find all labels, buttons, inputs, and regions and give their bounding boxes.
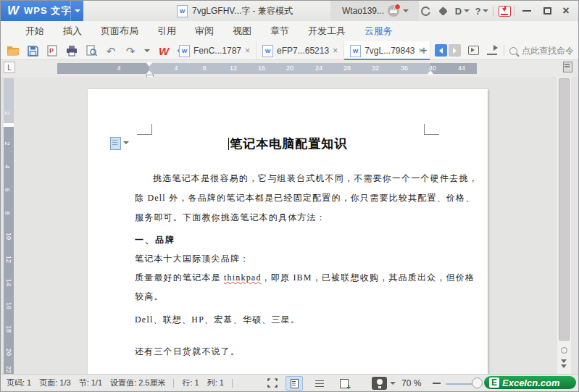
vertical-scrollbar[interactable] — [557, 77, 571, 374]
outline-view-button[interactable] — [311, 376, 328, 391]
wps-logo-icon: W — [7, 4, 19, 18]
doc-tab-icon: W — [179, 45, 190, 57]
window-document-tab[interactable]: W 7vgLGFHV...字 - 兼容模式 — [177, 1, 293, 21]
account-name: Wtao139... — [342, 6, 384, 16]
wps-home-button[interactable]: W — [157, 44, 170, 57]
menu-cloud-service[interactable]: 云服务 — [355, 25, 402, 38]
right-indent-marker[interactable] — [427, 70, 434, 75]
play-button[interactable] — [468, 46, 479, 55]
horizontal-ruler[interactable]: 4 4 8 12 16 20 24 28 32 36 40 44 — [57, 63, 477, 74]
fullscreen-button[interactable] — [267, 378, 278, 388]
zoom-slider-handle[interactable] — [472, 378, 483, 388]
print-preview-button[interactable] — [85, 44, 98, 57]
account-button[interactable]: Wtao139... — [330, 1, 419, 21]
body-line[interactable]: 还有三个日货就不说了。 — [135, 346, 240, 358]
wps-app-button[interactable]: W WPS 文字 — [1, 1, 83, 21]
print-button[interactable] — [65, 44, 78, 57]
app-menu-caret[interactable] — [70, 1, 83, 21]
open-file-button[interactable] — [7, 44, 20, 57]
body-line[interactable]: 较高。 — [135, 291, 164, 303]
ruler-number: 2 — [4, 141, 11, 145]
minimize-button[interactable] — [518, 1, 536, 21]
next-tab-button[interactable] — [449, 44, 461, 57]
close-tab-icon[interactable]: × — [245, 46, 250, 56]
section-heading[interactable]: 一、品牌 — [135, 234, 175, 246]
close-tab-icon[interactable]: × — [333, 46, 338, 56]
document-page[interactable]: 笔记本电脑配置知识 挑选笔记本是很容易的，它与组装台式机不同，不需要你一个一个硬… — [88, 89, 488, 374]
page-view-button[interactable] — [286, 376, 303, 391]
doc-tab-label: 7vgL...79843 — [365, 46, 415, 56]
settings-button[interactable] — [436, 1, 450, 21]
first-line-indent-marker[interactable] — [146, 62, 153, 67]
share-button[interactable] — [487, 46, 497, 55]
body-line[interactable]: 服务即可。下面教你挑选笔记本的具体方法： — [135, 212, 326, 224]
help-caret-icon — [483, 9, 488, 12]
eye-protect-caret-icon[interactable] — [390, 382, 396, 385]
body-line[interactable]: Dell、联想、HP、宏基、华硕、三星。 — [135, 314, 300, 326]
menu-page-layout[interactable]: 页面布局 — [91, 25, 148, 38]
export-pdf-icon: P — [47, 45, 57, 57]
svg-text:P: P — [49, 47, 54, 54]
ruler-number: 6 — [4, 188, 11, 191]
double-chevron-down-icon — [561, 364, 567, 368]
save-button[interactable] — [26, 44, 39, 57]
menu-section[interactable]: 章节 — [261, 25, 299, 38]
menu-view[interactable]: 视图 — [223, 25, 261, 38]
close-icon: × — [562, 5, 569, 17]
ruler-number: 36 — [401, 64, 408, 72]
menu-references[interactable]: 引用 — [148, 25, 186, 38]
toolbar-more-button[interactable] — [143, 44, 151, 57]
outline-view-icon — [315, 380, 324, 388]
ruler-number: 16 — [258, 64, 265, 72]
close-button[interactable]: × — [557, 1, 575, 21]
scrollbar-thumb[interactable] — [559, 78, 570, 341]
eye-protect-button[interactable] — [372, 377, 387, 390]
doc-mode-caret-icon — [464, 9, 470, 12]
folder-open-icon — [7, 46, 20, 56]
vertical-ruler[interactable] — [4, 127, 14, 374]
menu-developer[interactable]: 开发工具 — [299, 25, 355, 38]
status-line: 行: 1 — [182, 378, 199, 388]
body-line[interactable]: 除 Dell 外，各品牌的笔记本都是已经固定配置的，你只需要比较其配置、价格、 — [135, 192, 475, 204]
doc-tab-2[interactable]: W eFP7...65213 × — [257, 41, 344, 60]
ruler-number: 16 — [5, 302, 12, 309]
browse-object-button[interactable] — [561, 347, 567, 354]
ruler-toggle-icon[interactable] — [563, 62, 572, 72]
redo-button[interactable]: ↷ — [124, 44, 137, 57]
status-separator — [173, 379, 174, 388]
tab-stop-selector[interactable]: L — [4, 62, 15, 73]
undo-button[interactable]: ↶ — [104, 44, 117, 57]
skin-button[interactable] — [418, 1, 433, 21]
maximize-button[interactable] — [538, 1, 556, 21]
prev-tab-button[interactable] — [435, 44, 447, 57]
menu-review[interactable]: 审阅 — [186, 25, 223, 38]
maximize-icon — [543, 7, 551, 14]
ruler-number: 24 — [315, 64, 322, 72]
doc-tab-icon: W — [262, 45, 273, 57]
web-view-button[interactable] — [336, 376, 353, 391]
ruler-number: 22 — [5, 366, 12, 373]
body-line[interactable]: 笔记本十大国际顶尖品牌： — [135, 253, 249, 265]
menu-insert[interactable]: 插入 — [54, 25, 91, 38]
wps-writer-window: W WPS 文字 W 7vgLGFHV...字 - 兼容模式 Wtao139..… — [0, 0, 579, 392]
ruler-number: 12 — [230, 64, 237, 72]
doc-tab-1[interactable]: W FenC...1787 × — [173, 41, 257, 60]
document-title[interactable]: 笔记本电脑配置知识 — [88, 135, 488, 152]
command-search[interactable]: 点此查找命令 — [509, 41, 574, 60]
export-pdf-button[interactable]: P — [46, 44, 59, 57]
new-tab-button[interactable]: + — [417, 43, 431, 58]
document-tabs: W FenC...1787 × W eFP7...65213 × W 7vgL.… — [173, 41, 430, 60]
menu-home[interactable]: 开始 — [16, 25, 54, 38]
chevron-left-icon — [439, 48, 443, 54]
body-line[interactable]: 质量最好的笔记本是 thinkpad，即原 IBM，已被联想收购，其品质出众，但… — [135, 272, 475, 284]
member-crown-icon — [388, 5, 399, 17]
next-page-button[interactable] — [561, 359, 567, 370]
download-icon — [499, 6, 511, 17]
help-button[interactable]: ? — [473, 1, 491, 21]
body-line[interactable]: 挑选笔记本是很容易的，它与组装台式机不同，不需要你一个一个硬件去挑， — [135, 172, 478, 185]
toolbar-separator — [504, 45, 504, 57]
zoom-out-button[interactable] — [433, 383, 441, 384]
download-button[interactable] — [496, 1, 512, 21]
doc-mode-button[interactable]: D — [453, 1, 472, 21]
excelcn-watermark: E Excelcn.com — [483, 375, 578, 391]
